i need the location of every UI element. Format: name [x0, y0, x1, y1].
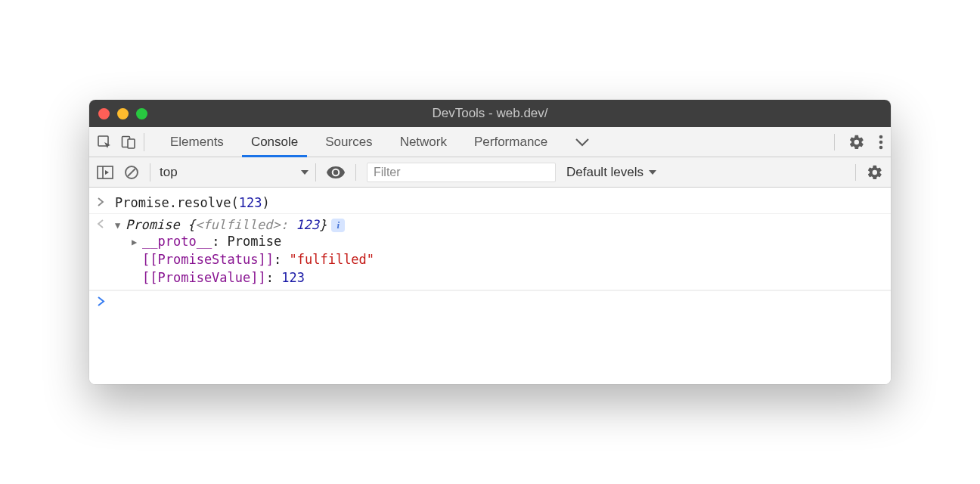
tab-performance[interactable]: Performance [461, 127, 561, 157]
result-summary[interactable]: ▼Promise {<fulfilled>: 123}i [115, 217, 883, 232]
promise-value-row: [[PromiseValue]]: 123 [132, 268, 883, 287]
levels-label: Default levels [566, 165, 644, 180]
panel-tabs-row: Elements Console Sources Network Perform… [89, 127, 891, 157]
tab-console[interactable]: Console [237, 127, 312, 157]
close-window-button[interactable] [98, 108, 110, 119]
console-body: Promise.resolve(123) ▼Promise {<fulfille… [89, 188, 891, 384]
dropdown-icon [648, 169, 657, 175]
svg-point-5 [879, 145, 883, 149]
window-title: DevTools - web.dev/ [89, 106, 891, 121]
svg-rect-2 [128, 139, 135, 148]
disclosure-down-icon: ▼ [115, 220, 126, 231]
divider [834, 134, 835, 150]
tab-network[interactable]: Network [386, 127, 461, 157]
divider [855, 164, 856, 181]
svg-line-9 [128, 169, 135, 176]
inspect-element-icon[interactable] [97, 135, 112, 150]
context-label: top [157, 165, 178, 180]
info-badge-icon[interactable]: i [331, 219, 345, 232]
traffic-lights [98, 108, 147, 119]
console-prompt[interactable] [89, 290, 891, 312]
chevron-right-icon [97, 195, 107, 206]
prompt-chevron-icon [97, 294, 107, 306]
filter-input[interactable] [367, 163, 556, 182]
chevron-left-icon [97, 217, 107, 228]
tab-sources[interactable]: Sources [312, 127, 386, 157]
svg-point-4 [879, 140, 883, 144]
maximize-window-button[interactable] [136, 108, 147, 119]
sidebar-toggle-icon[interactable] [97, 166, 113, 179]
console-input-echo: Promise.resolve(123) [89, 192, 891, 214]
settings-icon[interactable] [848, 134, 865, 150]
console-settings-icon[interactable] [867, 164, 883, 181]
console-toolbar: top Default levels [89, 157, 891, 188]
live-expression-icon[interactable] [327, 166, 345, 178]
minimize-window-button[interactable] [117, 108, 129, 119]
log-levels-selector[interactable]: Default levels [566, 165, 657, 180]
clear-console-icon[interactable] [124, 165, 139, 180]
more-options-icon[interactable] [879, 135, 883, 150]
divider [355, 164, 356, 181]
input-code: Promise.resolve(123) [115, 195, 883, 210]
context-selector[interactable]: top [150, 163, 316, 182]
devtools-window: DevTools - web.dev/ Elements Console Sou… [89, 100, 891, 384]
result-tree: ▼Promise {<fulfilled>: 123}i ▶__proto__:… [115, 217, 883, 287]
titlebar: DevTools - web.dev/ [89, 100, 891, 127]
disclosure-right-icon: ▶ [132, 237, 142, 247]
device-toolbar-icon[interactable] [121, 135, 136, 150]
more-tabs-button[interactable] [561, 127, 603, 157]
dropdown-icon [300, 169, 309, 175]
panel-tabs: Elements Console Sources Network Perform… [157, 127, 603, 157]
promise-status-row: [[PromiseStatus]]: "fulfilled" [132, 250, 883, 268]
prompt-input-area[interactable] [115, 294, 883, 309]
console-result: ▼Promise {<fulfilled>: 123}i ▶__proto__:… [89, 214, 891, 290]
svg-point-3 [879, 135, 883, 138]
proto-row[interactable]: ▶__proto__: Promise [132, 232, 883, 250]
tab-elements[interactable]: Elements [157, 127, 237, 157]
